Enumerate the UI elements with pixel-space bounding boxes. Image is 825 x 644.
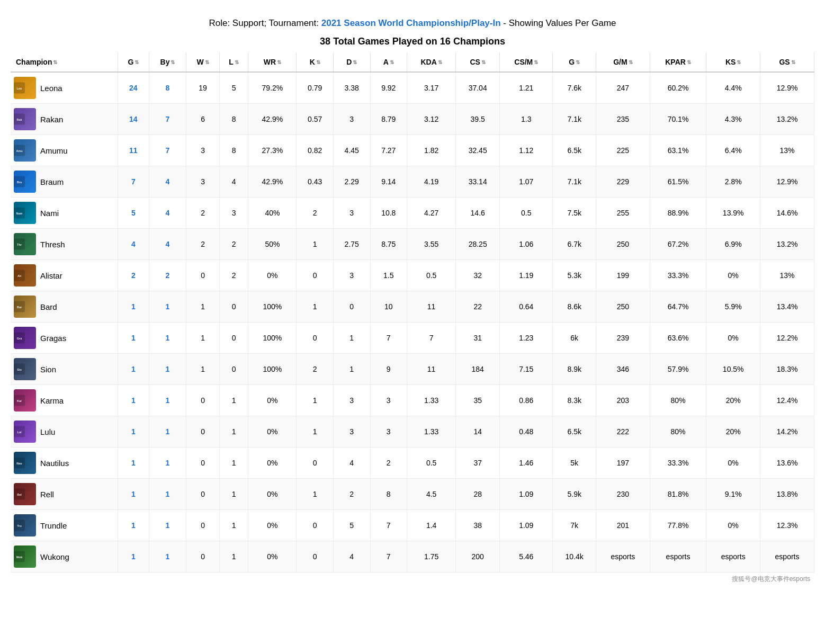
cell-ks: 10.5% [706, 354, 760, 385]
cell-g: 7 [118, 166, 149, 198]
col-kda[interactable]: KDA ⇅ [407, 52, 456, 72]
cell-k: 1 [297, 479, 334, 510]
cell-ks: 5.9% [706, 291, 760, 323]
cell-k: 0 [297, 448, 334, 479]
cell-wr: 0% [248, 416, 297, 448]
col-gs[interactable]: GS ⇅ [760, 52, 814, 72]
cell-kda: 4.19 [407, 166, 456, 198]
champion-name: Thresh [40, 240, 65, 249]
cell-k: 2 [297, 198, 334, 229]
table-row: Nau Nautilus 11010%0420.5371.465k19733.3… [11, 448, 814, 479]
svg-text:Bar: Bar [17, 306, 22, 309]
cell-cs: 32 [456, 260, 500, 291]
cell-gs: 12.9% [760, 166, 814, 198]
cell-w: 19 [186, 72, 220, 104]
cell-g: 1 [118, 448, 149, 479]
cell-gs: esports [760, 541, 814, 573]
cell-ks: 4.4% [706, 72, 760, 104]
cell-kpar: 33.3% [650, 260, 706, 291]
col-k[interactable]: K ⇅ [297, 52, 334, 72]
cell-csm: 1.21 [500, 72, 553, 104]
table-row: Kar Karma 11010%1331.33350.868.3k20380%2… [11, 385, 814, 416]
col-a[interactable]: A ⇅ [370, 52, 407, 72]
champion-name: Leona [40, 84, 62, 93]
svg-text:Nau: Nau [16, 462, 22, 465]
page-wrapper: Role: Support; Tournament: 2021 Season W… [11, 11, 814, 586]
cell-cs: 39.5 [456, 104, 500, 135]
cell-k: 0 [297, 510, 334, 541]
cell-gm: 250 [596, 229, 650, 260]
cell-by: 1 [149, 479, 186, 510]
svg-text:Gra: Gra [17, 337, 22, 340]
champion-name: Nami [40, 209, 59, 218]
col-l[interactable]: L ⇅ [219, 52, 248, 72]
cell-k: 0.82 [297, 135, 334, 166]
cell-a: 10.8 [370, 198, 407, 229]
table-row: Nam Nami 542340%2310.84.2714.60.57.5k255… [11, 198, 814, 229]
champion-name: Bard [40, 302, 57, 311]
table-header: Champion ⇅ G ⇅ By ⇅ W ⇅ L ⇅ WR ⇅ K ⇅ D ⇅… [11, 52, 814, 72]
table-row: Bar Bard 1110100%101011220.648.6k25064.7… [11, 291, 814, 323]
cell-d: 5 [333, 510, 370, 541]
cell-w: 0 [186, 479, 220, 510]
cell-a: 9 [370, 354, 407, 385]
cell-by: 1 [149, 354, 186, 385]
subtitle: 38 Total Games Played on 16 Champions [11, 33, 814, 52]
cell-kda: 0.5 [407, 448, 456, 479]
cell-a: 8 [370, 479, 407, 510]
cell-gold: 5.9k [553, 479, 596, 510]
cell-gold: 8.3k [553, 385, 596, 416]
cell-csm: 1.07 [500, 166, 553, 198]
cell-w: 1 [186, 354, 220, 385]
col-ks[interactable]: KS ⇅ [706, 52, 760, 72]
table-row: Sio Sion 1110100%219111847.158.9k34657.9… [11, 354, 814, 385]
cell-w: 0 [186, 510, 220, 541]
cell-cs: 28 [456, 479, 500, 510]
champion-icon: Nau [14, 452, 36, 474]
col-wr[interactable]: WR ⇅ [248, 52, 297, 72]
cell-gold: 10.4k [553, 541, 596, 573]
col-cs[interactable]: CS ⇅ [456, 52, 500, 72]
col-gold[interactable]: G ⇅ [553, 52, 596, 72]
cell-gold: 7.6k [553, 72, 596, 104]
champion-name: Sion [40, 365, 56, 374]
svg-text:Nam: Nam [16, 212, 23, 215]
cell-l: 0 [219, 291, 248, 323]
col-champion[interactable]: Champion ⇅ [11, 52, 118, 72]
cell-l: 0 [219, 323, 248, 354]
col-w[interactable]: W ⇅ [186, 52, 220, 72]
col-gm[interactable]: G/M ⇅ [596, 52, 650, 72]
svg-text:Tru: Tru [17, 524, 22, 527]
cell-k: 1 [297, 416, 334, 448]
champion-icon: Ali [14, 264, 36, 287]
cell-kpar: 63.1% [650, 135, 706, 166]
champion-name: Trundle [40, 521, 67, 530]
col-d[interactable]: D ⇅ [333, 52, 370, 72]
col-csm[interactable]: CS/M ⇅ [500, 52, 553, 72]
champion-name: Wukong [40, 552, 69, 561]
col-kpar[interactable]: KPAR ⇅ [650, 52, 706, 72]
col-by[interactable]: By ⇅ [149, 52, 186, 72]
svg-text:Ali: Ali [17, 274, 22, 278]
col-g[interactable]: G ⇅ [118, 52, 149, 72]
cell-a: 8.75 [370, 229, 407, 260]
champion-icon: Rel [14, 483, 36, 505]
cell-cs: 38 [456, 510, 500, 541]
cell-gs: 12.9% [760, 72, 814, 104]
cell-ks: 6.9% [706, 229, 760, 260]
cell-gs: 13% [760, 260, 814, 291]
cell-gm: 197 [596, 448, 650, 479]
cell-w: 2 [186, 229, 220, 260]
cell-d: 3 [333, 385, 370, 416]
cell-cs: 28.25 [456, 229, 500, 260]
cell-csm: 1.12 [500, 135, 553, 166]
cell-cs: 31 [456, 323, 500, 354]
cell-d: 3.38 [333, 72, 370, 104]
cell-a: 7.27 [370, 135, 407, 166]
table-row: Rel Rell 11010%1284.5281.095.9k23081.8%9… [11, 479, 814, 510]
champion-cell: Bra Braum [11, 166, 118, 198]
champion-icon: Bar [14, 296, 36, 318]
cell-cs: 184 [456, 354, 500, 385]
svg-text:Wuk: Wuk [16, 556, 23, 559]
champion-name: Lulu [40, 427, 55, 436]
